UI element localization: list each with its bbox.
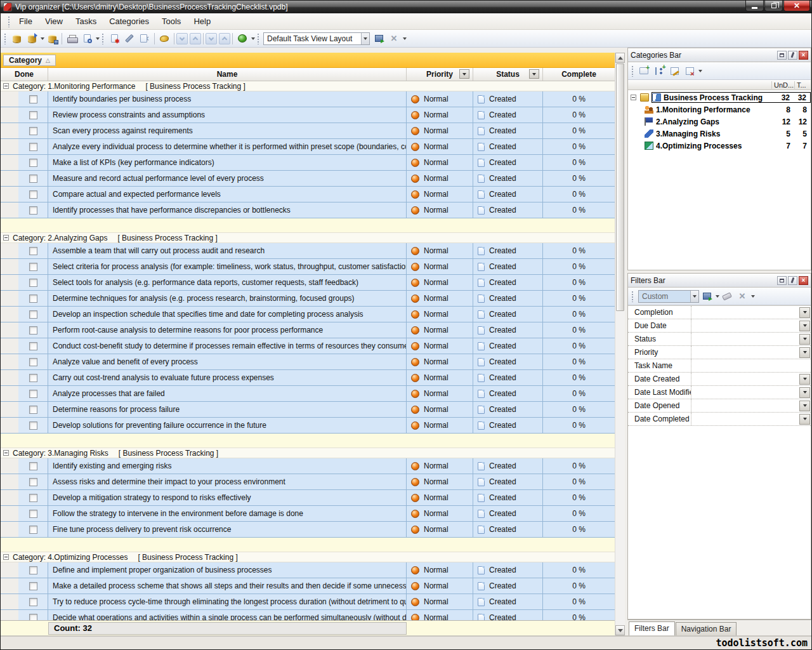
task-row[interactable]: Analyze value and benefit of every proce… bbox=[1, 354, 615, 370]
filter-dropdown-button[interactable] bbox=[799, 401, 810, 411]
task-row[interactable]: Identify processes that have performance… bbox=[1, 202, 615, 218]
categories-close-button[interactable]: × bbox=[799, 51, 808, 60]
done-checkbox[interactable] bbox=[29, 175, 37, 183]
done-checkbox[interactable] bbox=[29, 462, 37, 470]
filter-value-field[interactable] bbox=[691, 346, 799, 359]
notes-button[interactable] bbox=[235, 32, 250, 46]
done-checkbox[interactable] bbox=[29, 295, 37, 303]
layout-combo-dropdown[interactable] bbox=[361, 33, 369, 44]
done-checkbox[interactable] bbox=[29, 526, 37, 534]
filter-preset-dropdown[interactable] bbox=[690, 291, 698, 302]
restore-button[interactable] bbox=[764, 1, 783, 11]
tree-category-row[interactable]: 2.Analyzing Gaps 12 12 bbox=[628, 116, 811, 128]
filter-dropdown-button[interactable] bbox=[799, 414, 810, 425]
column-header-priority[interactable]: Priority bbox=[407, 68, 473, 81]
task-row[interactable]: Select tools for analysis (e.g. performa… bbox=[1, 275, 615, 291]
task-row[interactable]: Perform root-cause analysis to determine… bbox=[1, 322, 615, 338]
categories-pin-button[interactable] bbox=[788, 51, 797, 60]
filter-value-field[interactable] bbox=[691, 319, 799, 332]
collapse-icon[interactable] bbox=[3, 554, 9, 560]
edit-category-button[interactable] bbox=[667, 64, 682, 78]
group-by-category-button[interactable]: Category △ bbox=[3, 55, 56, 66]
task-row[interactable]: Determine reasons for process failure No… bbox=[1, 402, 615, 418]
tab-navigation-bar[interactable]: Navigation Bar bbox=[676, 622, 737, 635]
filter-dropdown-button[interactable] bbox=[799, 321, 810, 331]
task-row[interactable]: Develop an inspection schedule that spec… bbox=[1, 307, 615, 322]
categories-restore-button[interactable] bbox=[777, 51, 787, 60]
category-group-header[interactable]: Category: 3.Managing Risks [ Business Pr… bbox=[1, 448, 615, 458]
column-header-name[interactable]: Name bbox=[48, 68, 407, 81]
new-database-button[interactable] bbox=[9, 32, 24, 46]
task-row[interactable]: Scan every process against requirements … bbox=[1, 123, 615, 139]
task-row[interactable]: Define and implement proper organization… bbox=[1, 562, 615, 578]
task-row[interactable]: Analyze processes that are failed Normal… bbox=[1, 386, 615, 402]
priority-filter-button[interactable] bbox=[459, 69, 469, 79]
filters-close-button[interactable]: × bbox=[799, 276, 808, 285]
tab-filters-bar[interactable]: Filters Bar bbox=[629, 621, 675, 635]
menu-item[interactable]: View bbox=[39, 15, 69, 28]
task-row[interactable]: Review process constraints and assumptio… bbox=[1, 107, 615, 123]
category-group-header[interactable]: Category: 2.Analyzing Gaps [ Business Pr… bbox=[1, 233, 615, 243]
save-database-button[interactable] bbox=[44, 32, 60, 46]
open-database-button[interactable] bbox=[24, 32, 39, 46]
done-checkbox[interactable] bbox=[29, 95, 37, 103]
done-checkbox[interactable] bbox=[29, 279, 37, 287]
task-row[interactable]: Compare actual and expected performance … bbox=[1, 187, 615, 202]
task-row[interactable]: Develop solutions for preventing failure… bbox=[1, 418, 615, 434]
tree-category-row[interactable]: 3.Managing Risks 5 5 bbox=[628, 128, 811, 140]
done-checkbox[interactable] bbox=[29, 406, 37, 414]
task-row[interactable]: Carry out cost-trend analysis to evaluat… bbox=[1, 370, 615, 386]
done-checkbox[interactable] bbox=[29, 374, 37, 382]
delete-filter-button[interactable]: ✕ bbox=[735, 289, 750, 303]
highlight-button[interactable] bbox=[157, 32, 172, 46]
column-header-complete[interactable]: Complete bbox=[543, 68, 615, 81]
collapse-icon[interactable] bbox=[3, 235, 9, 241]
done-checkbox[interactable] bbox=[29, 190, 37, 199]
delete-task-button[interactable]: × bbox=[137, 32, 152, 46]
menu-item[interactable]: Tools bbox=[155, 15, 187, 28]
done-checkbox[interactable] bbox=[29, 143, 37, 151]
task-row[interactable]: Analyze every individual process to dete… bbox=[1, 139, 615, 155]
done-checkbox[interactable] bbox=[29, 582, 37, 590]
tree-category-row[interactable]: 1.Monitoring Performance 8 8 bbox=[628, 103, 811, 116]
apply-filter-button[interactable] bbox=[699, 289, 714, 303]
minimize-button[interactable] bbox=[745, 1, 764, 11]
task-row[interactable]: Select criteria for process analysis (fo… bbox=[1, 259, 615, 275]
task-row[interactable]: Develop a mitigation strategy to respond… bbox=[1, 490, 615, 506]
task-row[interactable]: Conduct cost-benefit study to determine … bbox=[1, 338, 615, 354]
move-bottom-button[interactable] bbox=[206, 33, 217, 44]
done-checkbox[interactable] bbox=[29, 614, 37, 621]
tree-root-row[interactable]: Business Process Tracking 32 32 bbox=[628, 91, 811, 103]
done-checkbox[interactable] bbox=[29, 390, 37, 398]
menu-item[interactable]: Tasks bbox=[69, 15, 103, 28]
new-subcategory-button[interactable] bbox=[652, 64, 667, 78]
filter-dropdown-button[interactable] bbox=[799, 387, 810, 398]
task-row[interactable]: Make a detailed process scheme that show… bbox=[1, 578, 615, 594]
column-header-done[interactable]: Done bbox=[1, 68, 48, 81]
done-checkbox[interactable] bbox=[29, 510, 37, 518]
menu-item[interactable]: File bbox=[13, 15, 39, 28]
filters-pin-button[interactable] bbox=[788, 276, 797, 285]
done-checkbox[interactable] bbox=[29, 111, 37, 119]
close-button[interactable]: ✕ bbox=[783, 1, 810, 11]
done-checkbox[interactable] bbox=[29, 421, 37, 430]
save-layout-button[interactable] bbox=[371, 32, 386, 46]
collapse-icon[interactable] bbox=[3, 450, 9, 456]
print-preview-button[interactable] bbox=[79, 32, 95, 46]
filter-value-field[interactable] bbox=[691, 359, 799, 372]
filter-dropdown-button[interactable] bbox=[799, 374, 810, 385]
scroll-up-button[interactable] bbox=[615, 53, 625, 63]
clear-filter-button[interactable] bbox=[719, 289, 735, 303]
task-row[interactable]: Measure and record actual performance le… bbox=[1, 171, 615, 187]
print-dropdown-caret[interactable] bbox=[96, 37, 100, 40]
filter-value-field[interactable] bbox=[691, 306, 799, 319]
done-checkbox[interactable] bbox=[29, 247, 37, 255]
done-checkbox[interactable] bbox=[29, 566, 37, 574]
filter-dropdown-button[interactable] bbox=[799, 334, 810, 345]
status-filter-button[interactable] bbox=[529, 69, 539, 79]
print-button[interactable] bbox=[64, 32, 79, 46]
vertical-scrollbar[interactable] bbox=[615, 53, 625, 635]
scrollbar-thumb[interactable] bbox=[616, 63, 624, 311]
collapse-icon[interactable] bbox=[3, 83, 9, 89]
layout-combo[interactable]: Default Task View Layout bbox=[263, 32, 370, 45]
